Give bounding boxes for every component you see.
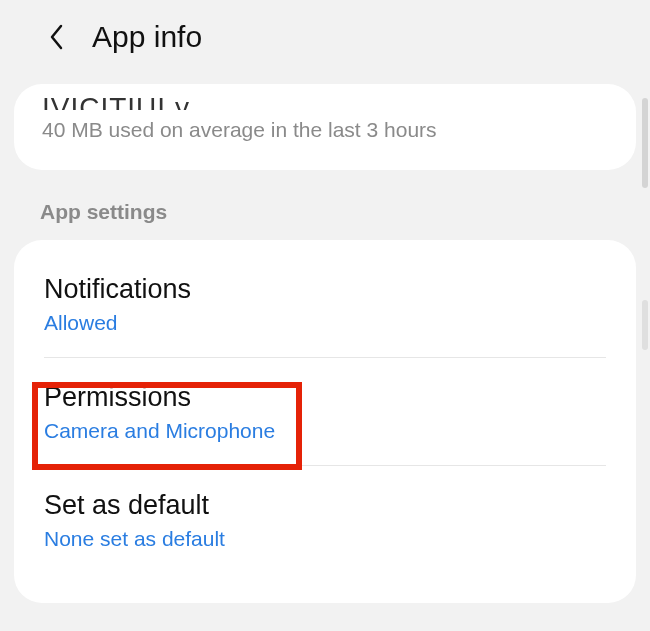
set-default-title: Set as default (44, 490, 606, 521)
memory-subtitle: 40 MB used on average in the last 3 hour… (42, 118, 608, 142)
permissions-subtitle: Camera and Microphone (44, 419, 606, 443)
permissions-title: Permissions (44, 382, 606, 413)
scrollbar-thumb[interactable] (642, 300, 648, 350)
memory-title-cut: IVICITIUI y (42, 94, 608, 110)
app-settings-card: Notifications Allowed Permissions Camera… (14, 240, 636, 603)
back-button[interactable] (42, 23, 70, 51)
notifications-item[interactable]: Notifications Allowed (42, 250, 608, 357)
memory-item[interactable]: IVICITIUI y 40 MB used on average in the… (14, 84, 636, 170)
permissions-item[interactable]: Permissions Camera and Microphone (42, 358, 608, 465)
chevron-left-icon (48, 23, 64, 51)
notifications-title: Notifications (44, 274, 606, 305)
set-default-item[interactable]: Set as default None set as default (42, 466, 608, 573)
scrollbar-thumb[interactable] (642, 98, 648, 188)
notifications-subtitle: Allowed (44, 311, 606, 335)
section-label-app-settings: App settings (0, 170, 650, 240)
set-default-subtitle: None set as default (44, 527, 606, 551)
page-title: App info (92, 20, 202, 54)
header-bar: App info (0, 0, 650, 78)
